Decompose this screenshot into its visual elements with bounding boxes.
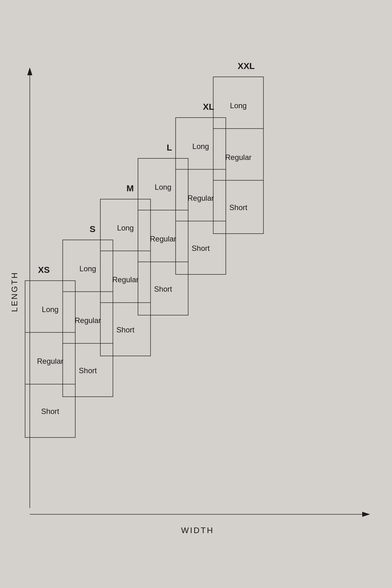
m-size-label: M — [126, 183, 134, 193]
chart-container: LENGTH WIDTH XS Long Regular Short S Lon… — [0, 0, 392, 588]
y-axis-arrow — [27, 67, 32, 75]
l-regular-label: Regular — [150, 235, 176, 243]
xs-regular-label: Regular — [37, 357, 63, 365]
l-long-label: Long — [155, 183, 171, 191]
xl-regular-label: Regular — [188, 194, 214, 202]
width-axis-label: WIDTH — [181, 526, 214, 535]
xl-long-label: Long — [192, 142, 209, 151]
m-long-label: Long — [117, 224, 134, 232]
xl-size-label: XL — [203, 102, 214, 112]
s-size-label: S — [90, 224, 96, 234]
m-regular-label: Regular — [112, 275, 139, 284]
x-axis-arrow — [362, 512, 370, 517]
s-long-label: Long — [79, 264, 96, 273]
xxl-long-label: Long — [230, 101, 246, 110]
xxl-size-label: XXL — [238, 61, 255, 71]
xs-long-label: Long — [42, 305, 58, 314]
length-axis-label: LENGTH — [10, 271, 19, 312]
xs-size-label: XS — [38, 265, 50, 275]
s-regular-label: Regular — [75, 316, 101, 325]
xxl-regular-label: Regular — [225, 153, 252, 162]
xs-short-label: Short — [41, 407, 59, 416]
s-short-label: Short — [79, 366, 97, 375]
xl-short-label: Short — [192, 244, 210, 252]
l-size-label: L — [167, 143, 172, 152]
xxl-short-label: Short — [229, 203, 247, 212]
m-short-label: Short — [116, 326, 135, 334]
l-short-label: Short — [154, 285, 172, 293]
